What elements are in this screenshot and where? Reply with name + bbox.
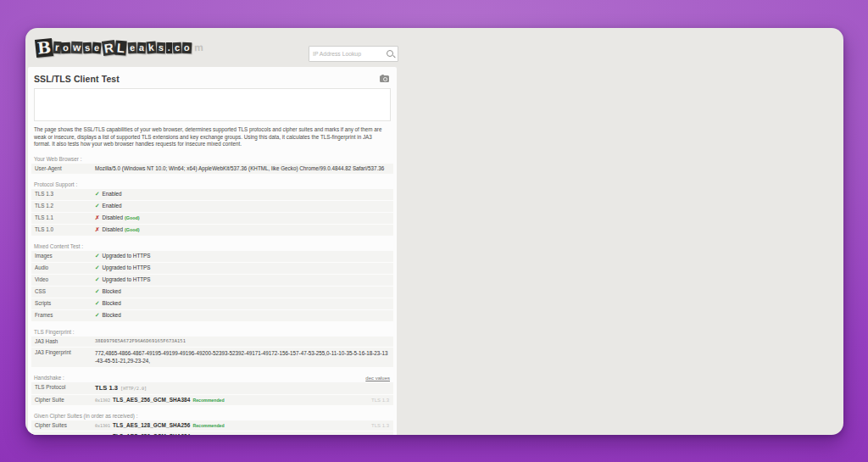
logo-letter: e bbox=[92, 42, 102, 53]
page-description: The page shows the SSL/TLS capabilities … bbox=[34, 126, 389, 148]
tls-version-tag: TLS 1.3 bbox=[366, 434, 389, 435]
status-text: Enabled bbox=[102, 191, 121, 197]
status-text: Upgraded to HTTPS bbox=[102, 276, 150, 282]
table-row: TLS 1.3 ✓ Enabled bbox=[31, 189, 393, 200]
mixed-content-table: Images ✓ Upgraded to HTTPS Audio ✓ Upgra… bbox=[28, 251, 397, 321]
status-note: (Good) bbox=[125, 215, 140, 220]
tls-protocol-value: TLS 1.3 bbox=[95, 384, 118, 392]
logo-letter: r bbox=[53, 42, 61, 54]
row-value: Mozilla/5.0 (Windows NT 10.0; Win64; x64… bbox=[95, 164, 393, 174]
recommended-badge: Recommended bbox=[192, 398, 224, 403]
row-label bbox=[31, 431, 95, 435]
status-note: (Good) bbox=[125, 227, 140, 232]
recommended-badge: Recommended bbox=[192, 434, 224, 435]
status-text: Disabled bbox=[102, 226, 123, 232]
check-icon: ✓ bbox=[95, 300, 99, 307]
browserleaks-window: BrowseRLeaks.com SSL/TLS Client Test The… bbox=[25, 28, 843, 435]
ad-placeholder bbox=[34, 88, 391, 121]
table-row: 0x1302 TLS_AES_256_GCM_SHA384 Recommende… bbox=[31, 431, 393, 435]
status-text: Disabled bbox=[102, 214, 123, 220]
logo-letter: m bbox=[192, 42, 204, 54]
page-title: SSL/TLS Client Test bbox=[34, 74, 120, 84]
row-label: Cipher Suites bbox=[31, 420, 95, 431]
tls-version-tag: TLS 1.3 bbox=[366, 398, 389, 403]
logo-letter: k bbox=[146, 42, 156, 54]
row-value: ✓ Blocked bbox=[95, 310, 393, 321]
section-heading-mixed-content: Mixed Content Test : bbox=[34, 243, 390, 249]
row-value: 0x1301 TLS_AES_128_GCM_SHA256 Recommende… bbox=[95, 420, 393, 431]
check-icon: ✓ bbox=[95, 203, 99, 209]
logo-letter: o bbox=[181, 42, 191, 53]
search-input[interactable] bbox=[309, 51, 385, 57]
logo-letter: . bbox=[166, 42, 172, 53]
check-icon: ✓ bbox=[95, 312, 99, 319]
cipher-name: TLS_AES_128_GCM_SHA256 bbox=[113, 422, 190, 428]
row-value: TLS 1.3 [HTTP/2.0] bbox=[95, 382, 393, 394]
row-value: ✓ Enabled bbox=[95, 189, 393, 200]
table-row-user-agent: User-Agent Mozilla/5.0 (Windows NT 10.0;… bbox=[31, 164, 393, 174]
row-label: CSS bbox=[31, 287, 95, 297]
cipher-hex: 0x1301 bbox=[95, 423, 110, 428]
desktop-background: { "header": { "logo_text": "BrowserLeaks… bbox=[0, 0, 868, 462]
section-heading-web-browser: Your Web Browser : bbox=[34, 156, 390, 162]
row-value: ✗ Disabled (Good) bbox=[95, 225, 393, 236]
table-row: Video ✓ Upgraded to HTTPS bbox=[31, 275, 393, 286]
dec-values-link[interactable]: dec values bbox=[365, 376, 390, 381]
table-row: TLS 1.0 ✗ Disabled (Good) bbox=[31, 225, 393, 236]
given-ciphers-table: Cipher Suites 0x1301 TLS_AES_128_GCM_SHA… bbox=[28, 420, 397, 435]
check-icon: ✓ bbox=[95, 191, 99, 198]
row-label: TLS 1.0 bbox=[31, 225, 95, 235]
row-value: 0x1302 TLS_AES_256_GCM_SHA384 Recommende… bbox=[95, 431, 393, 435]
row-value: ✓ Blocked bbox=[95, 287, 393, 298]
tls-version-tag: TLS 1.3 bbox=[366, 423, 389, 428]
logo-letter: e bbox=[127, 42, 136, 53]
status-text: Upgraded to HTTPS bbox=[102, 253, 150, 259]
cipher-hex: 0x1302 bbox=[95, 434, 110, 435]
row-label: TLS 1.2 bbox=[31, 201, 95, 211]
row-label: Images bbox=[31, 251, 95, 261]
row-value: ✓ Upgraded to HTTPS bbox=[95, 251, 393, 262]
status-text: Blocked bbox=[102, 288, 120, 294]
row-label: Cipher Suite bbox=[31, 395, 95, 405]
logo-letter: s bbox=[156, 42, 165, 53]
cipher-name: TLS_AES_256_GCM_SHA384 bbox=[113, 433, 190, 435]
row-label: JA3 Hash bbox=[31, 337, 95, 347]
row-label: User-Agent bbox=[31, 164, 95, 174]
content-panel: SSL/TLS Client Test The page shows the S… bbox=[28, 67, 397, 435]
search-icon[interactable] bbox=[387, 50, 393, 57]
row-label: Audio bbox=[31, 263, 95, 273]
row-label: TLS 1.1 bbox=[31, 213, 95, 223]
camera-icon[interactable] bbox=[380, 75, 389, 82]
row-label: Video bbox=[31, 275, 95, 285]
logo-letter: s bbox=[83, 42, 92, 53]
row-label: Frames bbox=[31, 310, 95, 320]
ip-lookup-searchbox bbox=[309, 46, 398, 62]
ja3-fingerprint-value: 772,4865-4866-4867-49195-49199-49196-492… bbox=[95, 348, 393, 367]
check-icon: ✓ bbox=[95, 276, 99, 283]
table-row-tls-protocol: TLS Protocol TLS 1.3 [HTTP/2.0] bbox=[31, 382, 393, 394]
check-icon: ✓ bbox=[95, 264, 99, 271]
logo-letter: a bbox=[136, 42, 146, 53]
row-value: ✓ Enabled bbox=[95, 201, 393, 212]
status-text: Blocked bbox=[102, 312, 120, 318]
table-row: Scripts ✓ Blocked bbox=[31, 298, 393, 309]
cross-icon: ✗ bbox=[95, 226, 99, 233]
status-text: Upgraded to HTTPS bbox=[102, 264, 150, 270]
site-logo[interactable]: BrowseRLeaks.com bbox=[35, 34, 205, 61]
table-row: Images ✓ Upgraded to HTTPS bbox=[31, 251, 393, 262]
check-icon: ✓ bbox=[95, 288, 99, 295]
protocol-support-table: TLS 1.3 ✓ Enabled TLS 1.2 ✓ Enabled bbox=[28, 189, 397, 236]
cipher-name: TLS_AES_256_GCM_SHA384 bbox=[113, 397, 190, 403]
logo-letter: B bbox=[34, 38, 53, 58]
row-value: ✓ Upgraded to HTTPS bbox=[95, 275, 393, 286]
section-heading-tls-fingerprint: TLS Fingerprint : bbox=[34, 329, 390, 335]
recommended-badge: Recommended bbox=[192, 423, 224, 428]
row-label: JA3 Fingerprint bbox=[31, 348, 95, 358]
row-label: TLS 1.3 bbox=[31, 189, 95, 199]
row-value: 0x1302 TLS_AES_256_GCM_SHA384 Recommende… bbox=[95, 395, 393, 405]
cipher-hex: 0x1302 bbox=[95, 398, 110, 403]
table-row-ja3-fingerprint: JA3 Fingerprint 772,4865-4866-4867-49195… bbox=[31, 348, 393, 367]
logo-letter: o bbox=[61, 42, 70, 53]
status-text: Enabled bbox=[102, 203, 121, 209]
ja3-hash-value: 38E0979E5A672F96A6D69165F673A151 bbox=[95, 337, 393, 346]
